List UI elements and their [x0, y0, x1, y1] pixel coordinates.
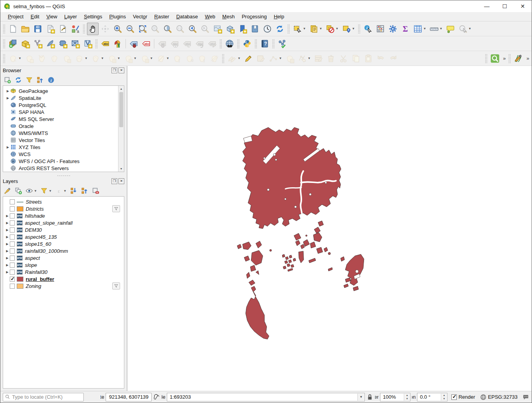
- python-console-button[interactable]: [241, 37, 253, 50]
- layer-name[interactable]: slope15_60: [25, 241, 51, 247]
- scroll-down-icon[interactable]: ▼: [118, 166, 124, 172]
- undo-button[interactable]: [375, 52, 387, 65]
- toolbar-grip[interactable]: [508, 54, 511, 63]
- new-print-layout-button[interactable]: [44, 23, 56, 35]
- browser-float-button[interactable]: ❐: [111, 67, 117, 73]
- move-features-button[interactable]: ▼: [7, 52, 23, 65]
- layer-name[interactable]: Rainfall30: [25, 269, 48, 275]
- zoom-full-button[interactable]: [137, 23, 148, 35]
- toolbar-grip[interactable]: [287, 24, 290, 34]
- paste-features-button[interactable]: [362, 52, 374, 65]
- browser-item-wcs[interactable]: WCS: [4, 151, 117, 158]
- change-label-button[interactable]: abc: [206, 37, 218, 50]
- layer-visibility-checkbox[interactable]: [10, 249, 15, 254]
- layers-brush-button[interactable]: [3, 186, 12, 195]
- browser-item-xyz-tiles[interactable]: ▶XYZ Tiles: [4, 144, 117, 151]
- browser-refresh-button[interactable]: [14, 75, 23, 85]
- layer-row-rainfall30-1000mm[interactable]: ▶rainfall30_1000mm: [4, 247, 123, 254]
- copy-features-button[interactable]: [350, 52, 362, 65]
- layer-visibility-checkbox[interactable]: [10, 234, 15, 240]
- browser-item-spatialite[interactable]: ▶SpatiaLite: [4, 94, 117, 101]
- label-visibility-button[interactable]: abc: [169, 37, 180, 50]
- digitize-annulus-button[interactable]: ▼: [139, 52, 154, 65]
- layer-visibility-checkbox[interactable]: [10, 256, 15, 261]
- menu-project[interactable]: Project: [4, 12, 27, 21]
- statistical-summary-button[interactable]: Σ: [399, 23, 411, 35]
- maximize-button[interactable]: ☐: [496, 0, 514, 12]
- browser-item-postgresql[interactable]: PostgreSQL: [4, 101, 117, 108]
- browser-info-button[interactable]: i: [46, 75, 56, 85]
- browser-item-vector-tiles[interactable]: Vector Tiles: [4, 137, 117, 144]
- measure-button[interactable]: ▼: [428, 23, 444, 35]
- locator-search[interactable]: Type to locate (Ctrl+K): [3, 393, 84, 401]
- new-spatial-bookmark-button[interactable]: [237, 23, 248, 35]
- layer-row-aspect45-135[interactable]: ▶aspect45_135: [4, 233, 123, 240]
- new-mesh-layer-button[interactable]: [69, 37, 81, 50]
- toolbar-grip[interactable]: [255, 39, 257, 48]
- dropdown-arrow-icon[interactable]: ▼: [18, 57, 21, 60]
- layer-name[interactable]: hillshade: [25, 213, 45, 219]
- spin-down-icon[interactable]: ▼: [441, 397, 447, 401]
- show-hide-labels-button[interactable]: ab: [156, 37, 168, 50]
- curve-radius-button[interactable]: ∫: [196, 52, 208, 65]
- browser-item-wfs-ogc-api-features[interactable]: WWFS / OGC API - Features: [4, 158, 117, 165]
- scrollbar-thumb[interactable]: [119, 92, 123, 127]
- split-features-button[interactable]: [36, 52, 48, 65]
- scale-dropdown-arrow[interactable]: ▼: [357, 394, 364, 401]
- layers-close-button[interactable]: ✕: [118, 178, 124, 184]
- extents-toggle-icon[interactable]: [153, 394, 160, 401]
- digitize-circle-button[interactable]: ▼: [90, 52, 105, 65]
- menu-help[interactable]: Help: [270, 12, 288, 21]
- menu-plugins[interactable]: Plugins: [106, 12, 129, 21]
- browser-item-wms-wmts[interactable]: WMS/WMTS: [4, 130, 117, 137]
- layer-visibility-checkbox[interactable]: [10, 270, 15, 275]
- browser-collapse-all-button[interactable]: [35, 75, 45, 85]
- expand-arrow-icon[interactable]: ▶: [5, 96, 10, 100]
- layer-visibility-checkbox[interactable]: [10, 220, 15, 225]
- digitize-ellipse-button[interactable]: ▼: [73, 52, 89, 65]
- new-shapefile-layer-button[interactable]: [32, 37, 44, 50]
- metasearch-button[interactable]: [224, 37, 235, 50]
- lock-scale-icon[interactable]: [366, 394, 373, 401]
- close-button[interactable]: ✕: [514, 0, 532, 12]
- modify-attributes-button[interactable]: [313, 52, 324, 65]
- expand-arrow-icon[interactable]: ▶: [5, 270, 10, 274]
- dropdown-arrow-icon[interactable]: ▼: [150, 57, 153, 60]
- layer-row-districts[interactable]: Districts: [4, 205, 123, 212]
- save-project-button[interactable]: [32, 23, 44, 35]
- vertex-tool-button[interactable]: ▼: [296, 52, 312, 65]
- layer-visibility-checkbox[interactable]: [10, 277, 15, 282]
- zoom-native-button[interactable]: 1:1: [174, 23, 186, 35]
- show-spatial-bookmarks-button[interactable]: [249, 23, 261, 35]
- zoom-to-selection-button[interactable]: [149, 23, 161, 35]
- dropdown-arrow-icon[interactable]: ▼: [134, 57, 137, 60]
- layer-name[interactable]: Zoning: [26, 283, 41, 289]
- toolbar-grip[interactable]: [83, 24, 85, 34]
- scroll-up-icon[interactable]: ▲: [118, 86, 124, 92]
- dropdown-arrow-icon[interactable]: ▼: [440, 27, 443, 30]
- layer-name[interactable]: DEM30: [25, 227, 42, 233]
- new-3d-map-view-button[interactable]: [224, 23, 236, 35]
- map-canvas[interactable]: [127, 66, 532, 391]
- highlight-pinned-labels-button[interactable]: abc: [140, 37, 152, 50]
- add-feature-button[interactable]: [284, 52, 295, 65]
- menu-web[interactable]: Web: [201, 12, 219, 21]
- toolbar-grip[interactable]: [485, 54, 488, 63]
- expand-arrow-icon[interactable]: ▶: [5, 256, 10, 260]
- delete-selected-button[interactable]: [325, 52, 337, 65]
- select-by-form-button[interactable]: ▼: [308, 23, 323, 35]
- pan-to-selection-button[interactable]: [99, 23, 111, 35]
- menu-processing[interactable]: Processing: [238, 12, 270, 21]
- dropdown-arrow-icon[interactable]: ▼: [101, 57, 104, 60]
- pan-map-button[interactable]: [87, 23, 99, 35]
- rotate-label-button[interactable]: abc: [194, 37, 205, 50]
- layer-row-zoning[interactable]: Zoning: [4, 282, 123, 289]
- toolbar-grip[interactable]: [272, 39, 275, 48]
- expand-arrow-icon[interactable]: ▶: [5, 214, 10, 218]
- topology-checker-button[interactable]: [276, 37, 288, 50]
- statistics-button[interactable]: [375, 23, 386, 35]
- dropdown-arrow-icon[interactable]: ▼: [166, 57, 170, 60]
- dropdown-arrow-icon[interactable]: ▼: [117, 57, 120, 60]
- deselect-features-button[interactable]: ▼: [324, 23, 340, 35]
- coordinate-field[interactable]: 921348, 6307139: [106, 393, 152, 401]
